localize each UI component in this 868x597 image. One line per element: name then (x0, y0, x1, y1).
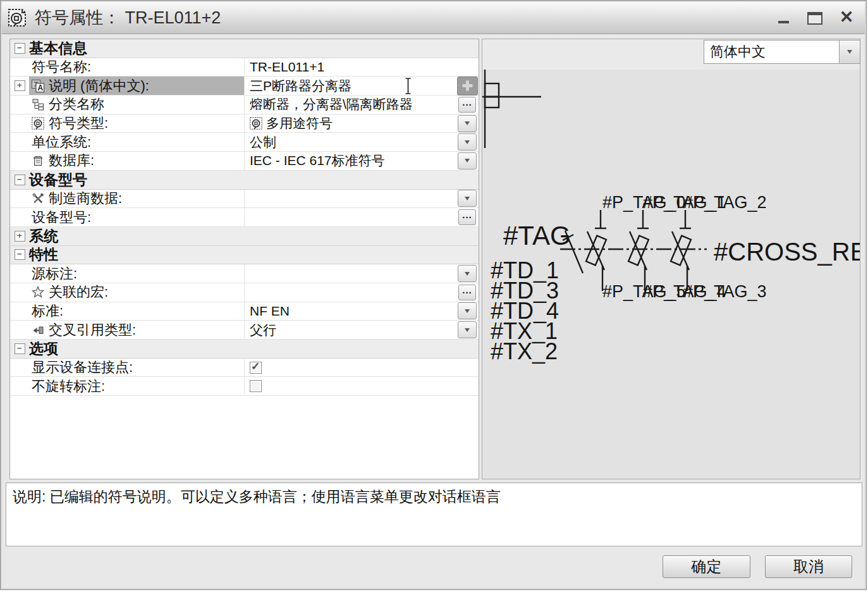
property-row-basic-info[interactable]: −基本信息 (10, 39, 479, 58)
property-row-show-connection-points[interactable]: 显示设备连接点: (10, 359, 479, 378)
dropdown-button[interactable] (458, 321, 477, 338)
add-language-button[interactable] (457, 77, 478, 95)
help-text: 说明: 已编辑的符号说明。可以定义多种语言；使用语言菜单更改对话框语言 (13, 488, 501, 505)
collapse-box[interactable]: − (15, 43, 25, 54)
row-margin: + (10, 77, 29, 95)
expand-box[interactable]: + (15, 231, 25, 242)
row-value[interactable]: 公制 (244, 133, 456, 151)
property-row-symbol-type[interactable]: 符号类型:多用途符号 (10, 114, 479, 133)
expand-box[interactable]: + (15, 80, 25, 91)
property-row-description-language[interactable]: +A说明 (简体中文):三P断路器分离器 (10, 77, 479, 95)
checkbox-unchecked[interactable] (250, 380, 262, 392)
dropdown-button[interactable] (458, 133, 477, 151)
row-label[interactable]: 源标注: (29, 264, 244, 283)
browse-button[interactable]: ... (458, 97, 476, 113)
checkbox-checked[interactable] (250, 362, 262, 374)
language-combobox-arrow[interactable] (839, 40, 860, 63)
row-margin (10, 283, 29, 302)
property-row-source-mark[interactable]: 源标注: (10, 264, 479, 283)
row-value[interactable] (244, 190, 456, 208)
row-value[interactable] (244, 264, 456, 283)
property-row-manufacturer-data[interactable]: 制造商数据: (10, 190, 479, 209)
row-value[interactable]: 熔断器，分离器\隔离断路器 (244, 95, 456, 114)
property-row-no-rotate-mark[interactable]: 不旋转标注: (10, 377, 479, 396)
row-label[interactable]: 交叉引用类型: (29, 321, 244, 339)
tree-icon (32, 98, 44, 111)
row-label[interactable]: A说明 (简体中文): (29, 77, 244, 95)
collapse-box[interactable]: − (15, 249, 25, 260)
symbol-preview-canvas: #TAG #CROSS_REF #TD_1 #TD_3 #TD_4 #TX_1 … (482, 39, 860, 479)
property-row-system[interactable]: +系统 (10, 227, 479, 246)
row-label[interactable]: 显示设备连接点: (29, 359, 244, 377)
row-button-cell (456, 77, 479, 95)
row-value[interactable]: NF EN (244, 302, 456, 321)
row-value-text: 三P断路器分离器 (250, 77, 351, 95)
row-value[interactable] (244, 283, 456, 302)
title-bar[interactable]: 符号属性： TR-EL011+2 ✕ (2, 2, 865, 34)
property-row-unit-system[interactable]: 单位系统:公制 (10, 133, 479, 152)
chevron-down-icon (465, 309, 470, 313)
property-row-device-model-field[interactable]: 设备型号:... (10, 208, 479, 227)
row-label[interactable]: 标准: (29, 302, 244, 321)
row-label[interactable]: 关联的宏: (29, 283, 244, 302)
collapse-box[interactable]: − (15, 343, 25, 354)
ok-button[interactable]: 确定 (663, 555, 750, 578)
plus-icon (462, 80, 474, 92)
property-row-device-model[interactable]: −设备型号 (10, 171, 479, 190)
row-label[interactable]: 分类名称 (29, 95, 244, 114)
property-row-characteristics[interactable]: −特性 (10, 246, 479, 265)
property-row-symbol-name[interactable]: 符号名称:TR-EL011+1 (10, 58, 479, 77)
symbol-app-icon (7, 8, 27, 28)
row-value-text: 公制 (250, 133, 276, 151)
row-label-text: 符号类型: (49, 114, 108, 133)
row-value[interactable]: 多用途符号 (244, 114, 456, 133)
row-margin: + (10, 227, 29, 245)
tools-icon (32, 192, 44, 205)
dropdown-button[interactable] (458, 152, 477, 169)
row-label[interactable]: 数据库: (29, 152, 244, 170)
dropdown-button[interactable] (458, 302, 477, 319)
collapse-box[interactable]: − (15, 175, 25, 185)
database-icon (32, 154, 44, 167)
maximize-button[interactable] (804, 7, 826, 27)
row-value[interactable] (244, 208, 456, 226)
window-title: 符号属性： TR-EL011+2 (35, 6, 221, 29)
row-label[interactable]: 符号类型: (29, 114, 244, 133)
property-row-standard[interactable]: 标准:NF EN (10, 302, 479, 321)
row-value[interactable]: IEC - IEC 617标准符号 (244, 152, 456, 170)
row-button-cell (456, 190, 479, 208)
row-button-cell: ... (456, 283, 479, 302)
property-row-class-name[interactable]: 分类名称熔断器，分离器\隔离断路器... (10, 95, 479, 114)
property-row-associated-macro[interactable]: 关联的宏:... (10, 283, 479, 302)
row-label[interactable]: 不旋转标注: (29, 377, 244, 395)
row-label[interactable]: 符号名称: (29, 58, 244, 77)
dropdown-button[interactable] (458, 115, 477, 132)
minimize-icon (778, 21, 789, 23)
row-label[interactable]: 设备型号: (29, 208, 244, 226)
dropdown-button[interactable] (458, 265, 477, 282)
minimize-button[interactable] (773, 7, 794, 27)
row-value[interactable] (244, 359, 456, 377)
browse-button[interactable]: ... (458, 285, 476, 300)
language-combobox[interactable]: 简体中文 (704, 40, 860, 64)
row-value[interactable] (244, 377, 456, 395)
dropdown-button[interactable] (458, 190, 477, 207)
row-value[interactable]: 三P断路器分离器 (244, 77, 456, 95)
cancel-button[interactable]: 取消 (765, 555, 852, 578)
chevron-down-icon (465, 159, 470, 163)
row-button-cell (456, 377, 479, 395)
row-label[interactable]: 单位系统: (29, 133, 244, 151)
row-value[interactable]: 父行 (244, 321, 456, 339)
property-row-library[interactable]: 数据库:IEC - IEC 617标准符号 (10, 152, 479, 171)
section-header-label: 系统 (29, 227, 58, 245)
row-label-text: 符号名称: (32, 58, 91, 77)
row-label-text: 数据库: (49, 151, 94, 170)
property-row-cross-ref-type[interactable]: 交叉引用类型:父行 (10, 321, 479, 340)
close-button[interactable]: ✕ (836, 7, 857, 27)
row-margin (10, 114, 29, 133)
browse-button[interactable]: ... (458, 209, 476, 225)
row-label[interactable]: 制造商数据: (29, 190, 244, 208)
svg-text:A: A (37, 83, 43, 92)
property-row-options[interactable]: −选项 (10, 340, 479, 359)
row-value[interactable]: TR-EL011+1 (244, 58, 456, 77)
